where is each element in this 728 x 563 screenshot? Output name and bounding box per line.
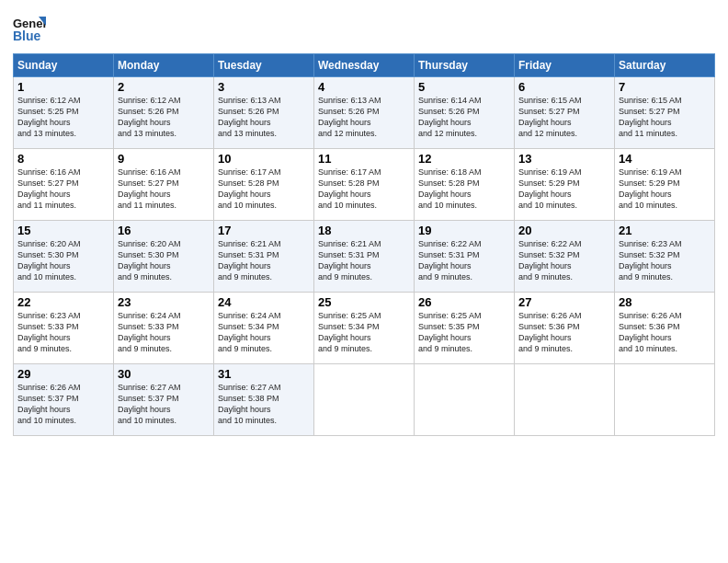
day-number: 22	[17, 295, 109, 309]
logo: General Blue	[13, 13, 48, 46]
calendar-week-row: 8 Sunrise: 6:16 AMSunset: 5:27 PMDayligh…	[14, 149, 715, 221]
cell-info: Sunrise: 6:16 AMSunset: 5:27 PMDaylight …	[118, 167, 181, 210]
day-number: 9	[118, 152, 210, 166]
day-number: 19	[418, 224, 510, 237]
calendar-cell: 31 Sunrise: 6:27 AMSunset: 5:38 PMDaylig…	[214, 364, 314, 436]
calendar-cell: 4 Sunrise: 6:13 AMSunset: 5:26 PMDayligh…	[314, 77, 415, 149]
cell-info: Sunrise: 6:19 AMSunset: 5:29 PMDaylight …	[619, 167, 682, 210]
calendar-cell: 16 Sunrise: 6:20 AMSunset: 5:30 PMDaylig…	[114, 221, 214, 293]
calendar-cell: 7 Sunrise: 6:15 AMSunset: 5:27 PMDayligh…	[615, 77, 715, 149]
day-number: 6	[518, 80, 610, 94]
cell-info: Sunrise: 6:13 AMSunset: 5:26 PMDaylight …	[218, 96, 281, 138]
cell-info: Sunrise: 6:18 AMSunset: 5:28 PMDaylight …	[418, 167, 482, 210]
day-number: 15	[17, 224, 109, 237]
day-number: 21	[619, 224, 711, 237]
cell-info: Sunrise: 6:20 AMSunset: 5:30 PMDaylight …	[17, 239, 81, 282]
cell-info: Sunrise: 6:27 AMSunset: 5:37 PMDaylight …	[118, 383, 181, 425]
calendar-cell: 5 Sunrise: 6:14 AMSunset: 5:26 PMDayligh…	[415, 77, 515, 149]
cell-info: Sunrise: 6:16 AMSunset: 5:27 PMDaylight …	[17, 167, 81, 210]
cell-info: Sunrise: 6:23 AMSunset: 5:32 PMDaylight …	[619, 239, 682, 282]
cell-info: Sunrise: 6:26 AMSunset: 5:37 PMDaylight …	[17, 383, 81, 425]
cell-info: Sunrise: 6:19 AMSunset: 5:29 PMDaylight …	[518, 167, 582, 210]
cell-info: Sunrise: 6:26 AMSunset: 5:36 PMDaylight …	[518, 311, 582, 353]
calendar-cell: 1 Sunrise: 6:12 AMSunset: 5:25 PMDayligh…	[14, 77, 114, 149]
calendar-cell: 20 Sunrise: 6:22 AMSunset: 5:32 PMDaylig…	[515, 221, 615, 293]
weekday-header: Friday	[515, 54, 615, 77]
day-number: 18	[318, 224, 410, 237]
cell-info: Sunrise: 6:13 AMSunset: 5:26 PMDaylight …	[318, 96, 381, 138]
cell-info: Sunrise: 6:22 AMSunset: 5:31 PMDaylight …	[418, 239, 482, 282]
cell-info: Sunrise: 6:12 AMSunset: 5:26 PMDaylight …	[118, 96, 181, 138]
cell-info: Sunrise: 6:17 AMSunset: 5:28 PMDaylight …	[218, 167, 281, 210]
calendar-cell: 24 Sunrise: 6:24 AMSunset: 5:34 PMDaylig…	[214, 293, 314, 364]
cell-info: Sunrise: 6:15 AMSunset: 5:27 PMDaylight …	[518, 96, 582, 138]
weekday-header: Monday	[114, 54, 214, 77]
calendar-cell: 9 Sunrise: 6:16 AMSunset: 5:27 PMDayligh…	[114, 149, 214, 221]
cell-info: Sunrise: 6:20 AMSunset: 5:30 PMDaylight …	[118, 239, 181, 282]
calendar-cell: 2 Sunrise: 6:12 AMSunset: 5:26 PMDayligh…	[114, 77, 214, 149]
svg-text:Blue: Blue	[13, 29, 41, 43]
day-number: 23	[118, 295, 210, 309]
calendar-cell: 15 Sunrise: 6:20 AMSunset: 5:30 PMDaylig…	[14, 221, 114, 293]
calendar-cell	[415, 364, 515, 436]
cell-info: Sunrise: 6:22 AMSunset: 5:32 PMDaylight …	[518, 239, 582, 282]
calendar-cell: 12 Sunrise: 6:18 AMSunset: 5:28 PMDaylig…	[415, 149, 515, 221]
calendar-body: 1 Sunrise: 6:12 AMSunset: 5:25 PMDayligh…	[14, 77, 715, 436]
cell-info: Sunrise: 6:26 AMSunset: 5:36 PMDaylight …	[619, 311, 682, 353]
cell-info: Sunrise: 6:21 AMSunset: 5:31 PMDaylight …	[318, 239, 381, 282]
cell-info: Sunrise: 6:24 AMSunset: 5:33 PMDaylight …	[118, 311, 181, 353]
day-number: 8	[17, 152, 109, 166]
calendar-week-row: 1 Sunrise: 6:12 AMSunset: 5:25 PMDayligh…	[14, 77, 715, 149]
day-number: 10	[218, 152, 310, 166]
day-number: 31	[218, 367, 310, 381]
cell-info: Sunrise: 6:23 AMSunset: 5:33 PMDaylight …	[17, 311, 81, 353]
calendar-cell	[314, 364, 415, 436]
calendar-cell: 13 Sunrise: 6:19 AMSunset: 5:29 PMDaylig…	[515, 149, 615, 221]
calendar-cell: 22 Sunrise: 6:23 AMSunset: 5:33 PMDaylig…	[14, 293, 114, 364]
day-number: 5	[418, 80, 510, 94]
calendar-week-row: 15 Sunrise: 6:20 AMSunset: 5:30 PMDaylig…	[14, 221, 715, 293]
calendar-cell: 10 Sunrise: 6:17 AMSunset: 5:28 PMDaylig…	[214, 149, 314, 221]
cell-info: Sunrise: 6:17 AMSunset: 5:28 PMDaylight …	[318, 167, 381, 210]
day-number: 25	[318, 295, 410, 309]
cell-info: Sunrise: 6:21 AMSunset: 5:31 PMDaylight …	[218, 239, 281, 282]
calendar-week-row: 22 Sunrise: 6:23 AMSunset: 5:33 PMDaylig…	[14, 293, 715, 364]
calendar-cell: 30 Sunrise: 6:27 AMSunset: 5:37 PMDaylig…	[114, 364, 214, 436]
calendar-header-row: SundayMondayTuesdayWednesdayThursdayFrid…	[14, 54, 715, 77]
day-number: 24	[218, 295, 310, 309]
calendar-week-row: 29 Sunrise: 6:26 AMSunset: 5:37 PMDaylig…	[14, 364, 715, 436]
calendar-cell: 23 Sunrise: 6:24 AMSunset: 5:33 PMDaylig…	[114, 293, 214, 364]
calendar-table: SundayMondayTuesdayWednesdayThursdayFrid…	[13, 53, 715, 436]
cell-info: Sunrise: 6:12 AMSunset: 5:25 PMDaylight …	[17, 96, 81, 138]
cell-info: Sunrise: 6:15 AMSunset: 5:27 PMDaylight …	[619, 96, 682, 138]
calendar-cell: 19 Sunrise: 6:22 AMSunset: 5:31 PMDaylig…	[415, 221, 515, 293]
calendar-cell	[515, 364, 615, 436]
calendar-cell: 28 Sunrise: 6:26 AMSunset: 5:36 PMDaylig…	[615, 293, 715, 364]
day-number: 2	[118, 80, 210, 94]
day-number: 14	[619, 152, 711, 166]
calendar-cell: 17 Sunrise: 6:21 AMSunset: 5:31 PMDaylig…	[214, 221, 314, 293]
day-number: 27	[518, 295, 610, 309]
page: General Blue SundayMondayTuesdayWednesda…	[0, 0, 728, 563]
cell-info: Sunrise: 6:14 AMSunset: 5:26 PMDaylight …	[418, 96, 482, 138]
weekday-header: Sunday	[14, 54, 114, 77]
day-number: 20	[518, 224, 610, 237]
day-number: 16	[118, 224, 210, 237]
calendar-cell: 6 Sunrise: 6:15 AMSunset: 5:27 PMDayligh…	[515, 77, 615, 149]
day-number: 26	[418, 295, 510, 309]
cell-info: Sunrise: 6:25 AMSunset: 5:35 PMDaylight …	[418, 311, 482, 353]
cell-info: Sunrise: 6:27 AMSunset: 5:38 PMDaylight …	[218, 383, 281, 425]
calendar-cell: 8 Sunrise: 6:16 AMSunset: 5:27 PMDayligh…	[14, 149, 114, 221]
weekday-header: Saturday	[615, 54, 715, 77]
day-number: 17	[218, 224, 310, 237]
calendar-cell: 3 Sunrise: 6:13 AMSunset: 5:26 PMDayligh…	[214, 77, 314, 149]
day-number: 29	[17, 367, 109, 381]
calendar-cell: 25 Sunrise: 6:25 AMSunset: 5:34 PMDaylig…	[314, 293, 415, 364]
calendar-cell: 11 Sunrise: 6:17 AMSunset: 5:28 PMDaylig…	[314, 149, 415, 221]
day-number: 11	[318, 152, 410, 166]
day-number: 7	[619, 80, 711, 94]
day-number: 30	[118, 367, 210, 381]
calendar-cell: 27 Sunrise: 6:26 AMSunset: 5:36 PMDaylig…	[515, 293, 615, 364]
calendar-cell: 21 Sunrise: 6:23 AMSunset: 5:32 PMDaylig…	[615, 221, 715, 293]
header: General Blue	[13, 9, 715, 46]
